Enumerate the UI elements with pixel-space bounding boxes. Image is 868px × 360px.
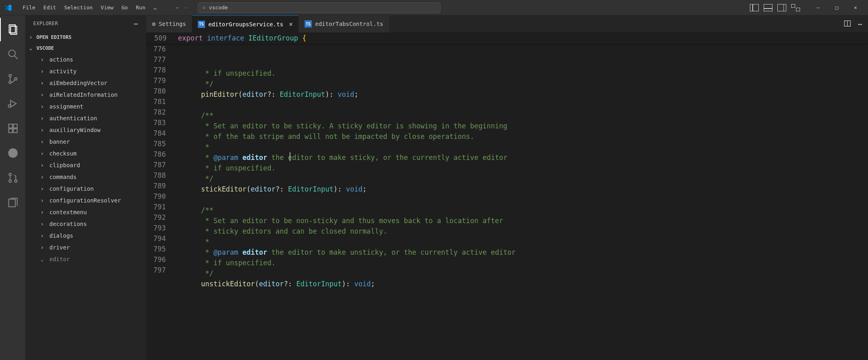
tree-item-label: assignment xyxy=(49,103,83,110)
svg-rect-17 xyxy=(9,199,15,207)
code-line[interactable]: /** xyxy=(184,205,868,215)
code-line[interactable]: * Set an editor to be non-sticky and thu… xyxy=(184,215,868,226)
tree-folder[interactable]: ›authentication xyxy=(25,112,146,124)
section-workspace[interactable]: ⌄ VSCODE xyxy=(25,43,146,53)
menu-file[interactable]: File xyxy=(19,3,39,12)
code-line[interactable] xyxy=(184,289,868,300)
tree-folder[interactable]: ›driver xyxy=(25,241,146,253)
search-icon: ⌕ xyxy=(202,4,205,11)
toggle-secondary-sidebar-icon[interactable] xyxy=(777,4,786,11)
code-line[interactable]: * Set an editor to be sticky. A sticky e… xyxy=(184,121,868,131)
menu-run[interactable]: Run xyxy=(132,3,149,12)
code-line[interactable]: * @param editor the editor to make stick… xyxy=(184,152,868,163)
sticky-scroll[interactable]: 509 export interface IEditorGroup { xyxy=(146,32,868,44)
code-line[interactable]: unstickEditor(editor?: EditorInput): voi… xyxy=(184,279,868,289)
code-line[interactable]: */ xyxy=(184,79,868,89)
chevron-right-icon: › xyxy=(40,244,46,251)
activity-search-icon[interactable] xyxy=(0,43,25,66)
tree-folder[interactable]: ›clipboard xyxy=(25,159,146,171)
customize-layout-icon[interactable] xyxy=(791,4,800,11)
tabs-bar: ⚙SettingsTSeditorGroupsService.ts×TSedit… xyxy=(146,15,868,32)
nav-forward-icon[interactable]: → xyxy=(184,4,187,11)
sidebar-title: EXPLORER ⋯ xyxy=(25,15,146,32)
activity-source-control-icon[interactable] xyxy=(0,67,25,91)
menu-go[interactable]: Go xyxy=(117,3,132,12)
chevron-right-icon: › xyxy=(40,162,46,168)
window-close-icon[interactable]: ✕ xyxy=(846,1,865,14)
tree-folder[interactable]: ›configuration xyxy=(25,183,146,194)
tree-folder[interactable]: ›decorations xyxy=(25,218,146,230)
tree-folder[interactable]: ›actions xyxy=(25,53,146,65)
chevron-right-icon: › xyxy=(40,92,46,98)
section-open-editors[interactable]: › OPEN EDITORS xyxy=(25,32,146,43)
tree-folder[interactable]: ›contextmenu xyxy=(25,206,146,218)
window-maximize-icon[interactable]: ▢ xyxy=(828,1,846,14)
activity-explorer-icon[interactable] xyxy=(0,18,25,41)
window-minimize-icon[interactable]: — xyxy=(809,1,828,14)
tree-item-label: commands xyxy=(49,174,76,180)
menu-edit[interactable]: Edit xyxy=(39,3,60,12)
code-line[interactable]: * if unspecified. xyxy=(184,258,868,268)
code-line[interactable] xyxy=(184,194,868,205)
nav-arrows: ← → xyxy=(176,4,187,11)
code-line[interactable]: */ xyxy=(184,173,868,184)
tree-folder[interactable]: ›auxiliaryWindow xyxy=(25,124,146,136)
code-line[interactable]: * xyxy=(184,142,868,152)
code-line[interactable]: * xyxy=(184,236,868,247)
editor-more-icon[interactable]: ⋯ xyxy=(858,20,862,28)
activity-debug-icon[interactable] xyxy=(0,92,25,115)
menu-more-icon[interactable]: … xyxy=(150,3,161,12)
tree-folder[interactable]: ›banner xyxy=(25,136,146,147)
tree-folder[interactable]: ›dialogs xyxy=(25,230,146,241)
command-center[interactable]: ⌕ vscode xyxy=(198,2,440,13)
editor-tab[interactable]: ⚙Settings xyxy=(146,15,192,32)
tree-folder[interactable]: ›aiEmbeddingVector xyxy=(25,77,146,89)
tree-item-label: configurationResolver xyxy=(49,197,121,204)
toggle-primary-sidebar-icon[interactable] xyxy=(750,4,759,11)
code-line[interactable]: * @param editor the editor to make unsti… xyxy=(184,247,868,258)
code-line[interactable]: * of the tab stripe and will not be impa… xyxy=(184,131,868,142)
code-line[interactable]: stickEditor(editor?: EditorInput): void; xyxy=(184,184,868,194)
code-line[interactable]: /** xyxy=(184,110,868,121)
close-tab-icon[interactable]: × xyxy=(289,20,293,28)
tree-folder[interactable]: ›checksum xyxy=(25,147,146,159)
code-line[interactable]: * if unspecified. xyxy=(184,68,868,79)
tab-label: Settings xyxy=(159,21,186,27)
tree-folder[interactable]: ›assignment xyxy=(25,100,146,112)
tree-folder[interactable]: ⌄editor xyxy=(25,253,146,265)
editor-group: ⚙SettingsTSeditorGroupsService.ts×TSedit… xyxy=(146,15,868,360)
menu-view[interactable]: View xyxy=(97,3,117,12)
code-line[interactable] xyxy=(184,100,868,110)
code-line[interactable]: pinEditor(editor?: EditorInput): void; xyxy=(184,89,868,100)
svg-point-2 xyxy=(9,50,15,57)
tree-folder[interactable]: ›configurationResolver xyxy=(25,194,146,206)
tree-item-label: actions xyxy=(49,56,73,63)
sidebar-more-icon[interactable]: ⋯ xyxy=(134,19,138,28)
sticky-token: interface xyxy=(207,34,244,42)
activity-extensions-icon[interactable] xyxy=(0,117,25,140)
chevron-right-icon: › xyxy=(28,34,34,40)
toggle-panel-icon[interactable] xyxy=(764,4,773,11)
tree-folder[interactable]: ›aiRelatedInformation xyxy=(25,89,146,100)
activity-pull-request-icon[interactable] xyxy=(0,166,25,190)
text-editor[interactable]: 7767777787797807817827837847857867877887… xyxy=(146,44,868,360)
code-line[interactable]: * sticky editors and can be closed norma… xyxy=(184,226,868,236)
split-editor-icon[interactable] xyxy=(843,19,851,29)
tree-item-label: aiEmbeddingVector xyxy=(49,80,107,86)
tree-folder[interactable]: ›activity xyxy=(25,65,146,77)
code-content[interactable]: * if unspecified. */ pinEditor(editor?: … xyxy=(183,44,868,360)
file-tree[interactable]: ›actions›activity›aiEmbeddingVector›aiRe… xyxy=(25,53,146,360)
code-line[interactable]: * if unspecified. xyxy=(184,163,868,173)
line-number: 797 xyxy=(146,265,176,275)
line-number: 792 xyxy=(146,212,176,223)
tree-folder[interactable]: ›commands xyxy=(25,171,146,183)
sticky-token: { xyxy=(302,34,306,42)
tree-item-label: activity xyxy=(49,68,76,75)
activity-github-icon[interactable] xyxy=(0,141,25,165)
editor-tab[interactable]: TSeditorGroupsService.ts× xyxy=(192,15,299,32)
code-line[interactable]: */ xyxy=(184,268,868,279)
editor-tab[interactable]: TSeditorTabsControl.ts xyxy=(299,15,390,32)
nav-back-icon[interactable]: ← xyxy=(176,4,179,11)
activity-references-icon[interactable] xyxy=(0,191,25,214)
menu-selection[interactable]: Selection xyxy=(60,3,97,12)
